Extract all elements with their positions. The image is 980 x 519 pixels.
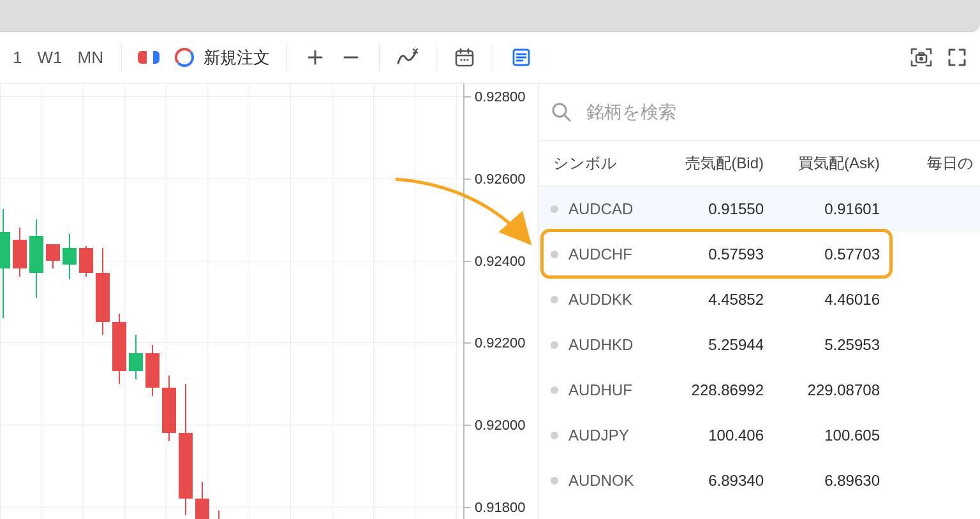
zoom-out-button[interactable] [333,40,369,75]
zoom-in-button[interactable] [297,40,333,75]
symbol-name: AUDCAD [568,200,633,218]
new-order-button[interactable]: 新規注文 [168,47,276,69]
symbol-name: AUDHKD [568,336,633,354]
col-bid[interactable]: 売気配(Bid) [660,153,776,173]
y-axis-tick: 0.92400 [464,253,538,270]
bid-price: 0.91550 [660,200,776,218]
candlestick [145,84,160,519]
candlestick [212,84,226,519]
y-axis-label: 0.92400 [475,253,526,270]
separator [121,43,122,71]
toolbar: 1 W1 MN 新規注文 [0,32,980,83]
candlestick [13,84,27,519]
y-axis-label: 0.92200 [475,335,526,351]
candlestick [63,84,77,519]
y-axis-tick: 0.92800 [464,89,538,105]
candlestick [228,84,242,519]
ask-price: 0.91601 [776,200,893,218]
watchlist-row[interactable]: AUDDKK4.458524.46016 [539,277,980,322]
ask-price: 6.89630 [776,472,893,490]
candlestick [195,84,209,519]
watchlist-toggle-button[interactable] [503,40,539,75]
candlestick [162,84,176,519]
status-dot-icon [551,432,558,439]
status-dot-icon [551,296,558,303]
search-icon [551,101,572,123]
svg-rect-5 [456,51,473,66]
timeframe-1[interactable]: 1 [5,48,29,68]
screenshot-button[interactable] [903,40,939,75]
watchlist-row[interactable]: AUDCHF0.575930.57703 [539,231,980,277]
indicators-button[interactable] [390,40,426,75]
candlestick [29,84,43,519]
fullscreen-button[interactable] [939,40,975,75]
one-click-trading-icon[interactable] [132,40,168,75]
y-axis-label: 0.92800 [475,89,526,105]
col-ask[interactable]: 買気配(Ask) [776,153,893,173]
candlestick [179,84,193,519]
ask-price: 0.57703 [776,245,893,263]
separator [286,43,287,71]
watchlist-row[interactable]: AUDCAD0.915500.91601 [539,186,980,231]
bid-price: 100.406 [660,427,776,444]
timeframe-mn[interactable]: MN [70,48,110,68]
ask-price: 5.25953 [776,336,893,354]
candlestick [129,84,143,519]
new-order-icon [174,47,195,68]
y-axis: 0.928000.926000.924000.922000.920000.918… [463,84,538,519]
y-axis-tick: 0.92000 [464,417,538,434]
watchlist-row[interactable]: AUDJPY100.406100.605 [539,413,980,458]
candlestick [0,84,10,519]
ask-price: 4.46016 [776,291,893,309]
separator [436,43,436,71]
y-axis-label: 0.92600 [475,171,526,187]
svg-point-7 [463,59,465,61]
symbol-name: AUDNOK [568,472,634,490]
symbol-search-row [539,84,980,141]
separator [493,43,493,71]
symbol-name: AUDDKK [568,291,632,309]
symbol-name: AUDHUF [568,381,632,399]
candlestick [112,84,126,519]
svg-point-11 [919,57,923,61]
status-dot-icon [551,477,558,485]
svg-point-6 [460,59,462,61]
y-axis-tick: 0.91800 [464,499,538,516]
candlestick [79,84,93,519]
bid-price: 228.86992 [660,381,776,399]
col-symbol[interactable]: シンボル [539,153,660,173]
svg-rect-2 [147,49,153,66]
window-titlebar [0,0,980,32]
ask-price: 229.08708 [776,381,893,399]
timeframe-w1[interactable]: W1 [29,48,70,68]
watchlist-pane: シンボル 売気配(Bid) 買気配(Ask) 毎日の AUDCAD0.91550… [539,84,980,519]
bid-price: 5.25944 [660,336,776,354]
watchlist-row[interactable]: AUDHUF228.86992229.08708 [539,367,980,413]
svg-point-8 [466,59,468,61]
status-dot-icon [551,251,558,258]
y-axis-label: 0.92000 [475,417,526,434]
watchlist-row[interactable]: AUDHKD5.259445.25953 [539,322,980,367]
calendar-button[interactable] [447,40,482,75]
status-dot-icon [551,341,558,349]
watchlist-row[interactable]: AUDNOK6.893406.89630 [539,458,980,503]
watchlist-header: シンボル 売気配(Bid) 買気配(Ask) 毎日の [539,141,980,186]
ask-price: 100.605 [776,427,893,444]
new-order-label: 新規注文 [204,47,270,69]
bid-price: 0.57593 [660,245,776,263]
col-daily[interactable]: 毎日の [893,153,980,173]
candlestick [96,84,110,519]
status-dot-icon [551,205,558,213]
watchlist-body: AUDCAD0.915500.91601AUDCHF0.575930.57703… [539,186,980,503]
y-axis-label: 0.91800 [475,499,526,516]
separator [379,43,380,71]
symbol-name: AUDCHF [568,245,632,263]
bid-price: 6.89340 [660,472,776,490]
symbol-name: AUDJPY [568,427,629,444]
chart-pane[interactable]: 0.928000.926000.924000.922000.920000.918… [0,84,539,519]
y-axis-tick: 0.92600 [464,171,538,187]
symbol-search-input[interactable] [586,102,969,122]
y-axis-tick: 0.92200 [464,335,538,351]
bid-price: 4.45852 [660,291,776,309]
status-dot-icon [551,386,558,394]
